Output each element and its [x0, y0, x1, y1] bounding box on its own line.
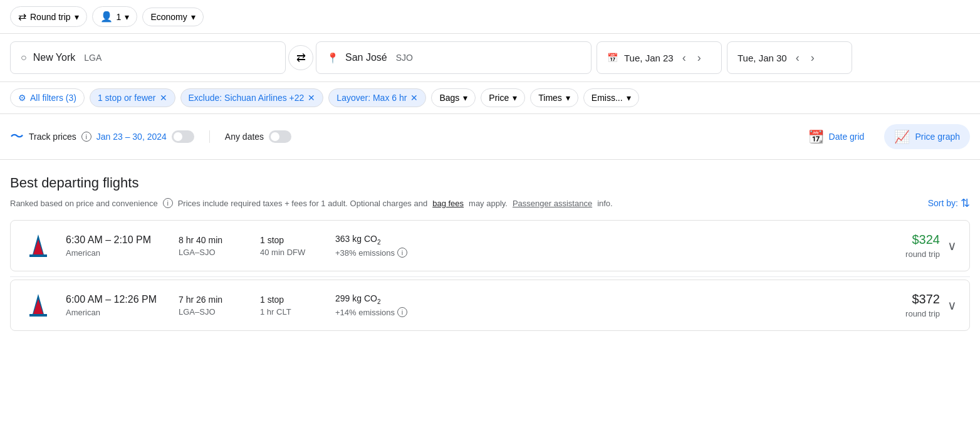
times-filter-button[interactable]: Times ▾	[530, 88, 578, 107]
round-trip-icon: ⇄	[18, 11, 26, 23]
track-prices-chart-icon: 〜	[10, 127, 24, 146]
price-graph-label: Price graph	[915, 132, 960, 142]
stops-filter-chip[interactable]: 1 stop or fewer ✕	[90, 88, 175, 107]
track-info-icon[interactable]: i	[81, 132, 91, 142]
flight-1-route: LGA–SJO	[179, 248, 260, 257]
emissions-1-info-icon[interactable]: i	[397, 248, 407, 258]
flight-2-stops-label: 1 stop	[260, 295, 335, 305]
depart-date-label: Tue, Jan 23	[624, 53, 674, 63]
flight-card-2[interactable]: 6:00 AM – 12:26 PM American 7 hr 26 min …	[10, 280, 970, 331]
american-airlines-logo-1	[24, 232, 52, 259]
airline-logo-2	[23, 290, 53, 320]
flight-2-time: 6:00 AM – 12:26 PM	[66, 294, 179, 305]
flight-2-price-value: $372	[858, 292, 940, 306]
flight-1-airline: American	[66, 248, 179, 258]
flight-1-time-airline: 6:30 AM – 2:10 PM American	[66, 234, 179, 258]
flight-1-stops: 1 stop 40 min DFW	[260, 235, 335, 257]
flight-2-duration-label: 7 hr 26 min	[179, 295, 260, 305]
flight-2-emissions: 299 kg CO2 +14% emissions i	[335, 293, 435, 318]
best-departing-section: Best departing flights Ranked based on p…	[0, 160, 980, 215]
flight-1-expand-icon[interactable]: ∨	[947, 238, 957, 253]
passengers-button[interactable]: 👤 1 ▾	[92, 6, 138, 27]
ranked-info-icon[interactable]: i	[163, 198, 173, 208]
flight-2-price: $372 round trip	[858, 292, 940, 318]
exclude-filter-chip[interactable]: Exclude: Sichuan Airlines +22 ✕	[180, 88, 324, 107]
filter-sliders-icon: ⚙	[18, 93, 26, 103]
origin-field[interactable]: ○ New York LGA	[10, 41, 286, 74]
flight-1-price-label: round trip	[858, 249, 940, 259]
layover-filter-chip[interactable]: Layover: Max 6 hr ✕	[328, 88, 426, 107]
passengers-chevron-icon: ▾	[125, 12, 129, 22]
sort-by-control[interactable]: Sort by: ⇅	[928, 196, 970, 210]
price-label: Price	[489, 93, 509, 103]
origin-code-text: LGA	[84, 53, 102, 63]
return-date-field[interactable]: Tue, Jan 30 ‹ ›	[727, 41, 852, 74]
search-row: ○ New York LGA ⇄ 📍 San José SJO 📅 Tue, J…	[0, 34, 980, 82]
exclude-chip-close-icon[interactable]: ✕	[308, 93, 315, 103]
track-prices-label: Track prices	[29, 132, 76, 142]
track-right-section: 📆 Date grid 📈 Price graph	[798, 124, 970, 149]
flight-1-duration: 8 hr 40 min LGA–SJO	[179, 235, 260, 257]
flight-1-stop-detail: 40 min DFW	[260, 248, 335, 257]
return-date-prev[interactable]: ‹	[793, 49, 802, 67]
return-date-next[interactable]: ›	[808, 49, 817, 67]
origin-circle-icon: ○	[21, 52, 27, 63]
calendar-icon: 📅	[607, 53, 618, 63]
airline-logo-1	[23, 231, 53, 261]
emissions-label: Emiss...	[592, 93, 623, 103]
trip-type-button[interactable]: ⇄ Round trip ▾	[10, 6, 87, 27]
any-dates-section: Any dates	[209, 130, 306, 143]
bags-chevron-icon: ▾	[463, 93, 467, 103]
trip-type-chevron-icon: ▾	[75, 12, 79, 22]
depart-date-prev[interactable]: ‹	[680, 49, 689, 67]
emissions-chevron-icon: ▾	[627, 93, 631, 103]
results-meta: Ranked based on price and convenience i …	[10, 196, 970, 210]
svg-marker-1	[33, 239, 43, 254]
depart-date-field[interactable]: 📅 Tue, Jan 23 ‹ ›	[597, 41, 722, 74]
layover-chip-close-icon[interactable]: ✕	[410, 93, 418, 103]
times-chevron-icon: ▾	[566, 93, 570, 103]
price-graph-button[interactable]: 📈 Price graph	[884, 124, 970, 149]
bags-filter-button[interactable]: Bags ▾	[431, 88, 476, 107]
stops-chip-close-icon[interactable]: ✕	[160, 93, 167, 103]
flight-2-emissions-pct: +14% emissions i	[335, 307, 435, 317]
info-suffix: info.	[597, 199, 613, 208]
cabin-class-button[interactable]: Economy ▾	[142, 8, 203, 26]
any-dates-toggle[interactable]	[269, 130, 291, 143]
flight-2-stops: 1 stop 1 hr CLT	[260, 295, 335, 317]
date-grid-button[interactable]: 📆 Date grid	[798, 124, 875, 149]
swap-button[interactable]: ⇄	[288, 45, 313, 70]
emissions-filter-button[interactable]: Emiss... ▾	[583, 88, 639, 107]
svg-rect-5	[29, 314, 47, 317]
sort-icon: ⇅	[961, 196, 970, 210]
price-chevron-icon: ▾	[513, 93, 517, 103]
flight-2-stop-detail: 1 hr CLT	[260, 307, 335, 317]
svg-marker-4	[33, 299, 43, 314]
flight-2-price-label: round trip	[858, 309, 940, 318]
stops-chip-label: 1 stop or fewer	[98, 93, 156, 103]
filter-row: ⚙ All filters (3) 1 stop or fewer ✕ Excl…	[0, 82, 980, 114]
flight-2-duration: 7 hr 26 min LGA–SJO	[179, 295, 260, 317]
flight-2-route: LGA–SJO	[179, 307, 260, 317]
flight-1-time: 6:30 AM – 2:10 PM	[66, 234, 179, 246]
date-grid-icon: 📆	[808, 129, 824, 144]
track-date-range: Jan 23 – 30, 2024	[96, 132, 167, 142]
american-airlines-logo-2	[24, 291, 52, 319]
passenger-link[interactable]: Passenger assistance	[513, 199, 592, 208]
flight-2-expand-icon[interactable]: ∨	[947, 298, 957, 313]
times-label: Times	[538, 93, 562, 103]
track-prices-toggle[interactable]	[172, 130, 194, 143]
price-filter-button[interactable]: Price ▾	[481, 88, 525, 107]
depart-date-next[interactable]: ›	[695, 49, 704, 67]
passengers-label: 1	[117, 12, 122, 22]
may-apply-text: may apply.	[469, 199, 508, 208]
emissions-2-info-icon[interactable]: i	[397, 307, 407, 317]
flight-1-emissions-pct: +38% emissions i	[335, 248, 435, 258]
bag-fees-link[interactable]: bag fees	[432, 199, 464, 208]
destination-field[interactable]: 📍 San José SJO	[316, 41, 592, 74]
flight-card-1[interactable]: 6:30 AM – 2:10 PM American 8 hr 40 min L…	[10, 220, 970, 271]
return-date-label: Tue, Jan 30	[738, 53, 787, 63]
all-filters-button[interactable]: ⚙ All filters (3)	[10, 88, 85, 107]
flights-divider	[10, 276, 970, 277]
all-filters-label: All filters (3)	[30, 93, 76, 103]
